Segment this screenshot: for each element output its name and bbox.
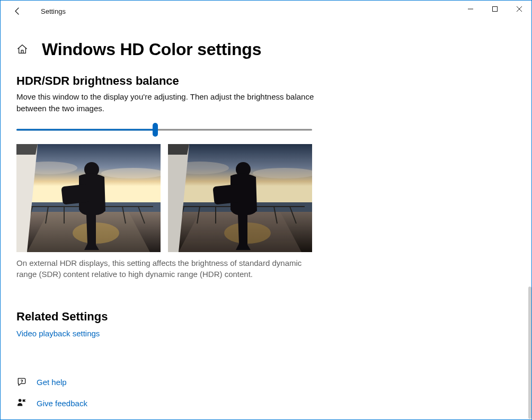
svg-point-24 [239,195,256,212]
svg-rect-21 [168,144,312,212]
svg-point-28 [224,222,271,244]
svg-marker-27 [179,212,302,252]
close-button[interactable] [507,1,531,17]
page-header: Windows HD Color settings [16,40,324,59]
svg-point-40 [21,382,22,383]
svg-line-32 [197,207,200,224]
titlebar: Settings [1,1,531,22]
preview-image-sdr [16,144,161,252]
svg-rect-25 [168,202,312,216]
svg-rect-1 [493,7,498,12]
svg-point-41 [19,399,22,402]
brightness-previews [16,144,324,252]
vertical-scrollbar[interactable] [528,287,531,419]
video-playback-settings-link[interactable]: Video playback settings [16,329,100,338]
help-icon [16,377,27,387]
svg-marker-26 [168,212,312,252]
svg-line-34 [274,207,277,224]
related-settings: Related Settings Video playback settings [16,310,324,338]
svg-marker-20 [16,144,38,155]
back-arrow-icon [13,7,22,15]
related-heading: Related Settings [16,310,324,324]
give-feedback-row: Give feedback [16,392,324,414]
svg-line-31 [180,207,184,224]
window-controls [458,1,531,22]
maximize-icon [492,6,498,12]
svg-point-22 [171,162,229,174]
close-icon [516,6,522,12]
svg-marker-38 [168,144,189,252]
content-area: Windows HD Color settings HDR/SDR bright… [1,22,340,420]
get-help-link[interactable]: Get help [37,378,67,387]
maximize-button[interactable] [483,1,507,17]
svg-rect-18 [61,184,89,204]
slider-track-fill [16,129,155,130]
help-actions: Get help Give feedback [16,371,324,414]
brightness-heading: HDR/SDR brightness balance [16,74,324,88]
minimize-icon [467,6,474,12]
get-help-row: Get help [16,371,324,392]
minimize-button[interactable] [458,1,483,17]
back-button[interactable] [9,3,26,20]
brightness-description: Move this window to the display you're a… [16,91,324,114]
home-icon[interactable] [16,43,29,56]
page-title: Windows HD Color settings [42,40,261,59]
svg-rect-37 [212,184,241,204]
svg-line-35 [290,207,296,224]
slider-thumb[interactable] [153,123,158,137]
svg-marker-39 [168,144,189,155]
give-feedback-link[interactable]: Give feedback [37,399,87,408]
brightness-slider[interactable] [16,123,312,137]
window-title: Settings [41,7,66,15]
svg-point-23 [253,168,312,178]
svg-point-36 [236,162,251,177]
feedback-icon [16,398,27,408]
preview-image-hdr [168,144,312,252]
brightness-note: On external HDR displays, this setting a… [16,257,324,281]
